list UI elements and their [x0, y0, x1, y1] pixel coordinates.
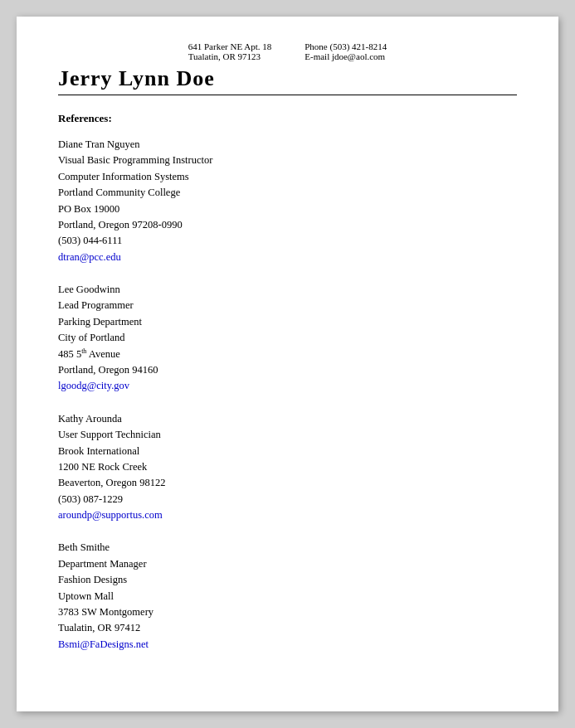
ref4-dept: Fashion Designs: [58, 572, 517, 588]
ref2-email[interactable]: lgoodg@city.gov: [58, 378, 517, 394]
ref2-name: Lee Goodwinn: [58, 282, 517, 298]
ref1-phone: (503) 044-6111: [58, 233, 517, 249]
header-contact: 641 Parker NE Apt. 18 Tualatin, OR 97123…: [58, 41, 517, 61]
ref2-addr2: Portland, Oregon 94160: [58, 362, 517, 378]
ref1-email[interactable]: dtran@pcc.edu: [58, 250, 517, 265]
ref3-dept: Brook International: [58, 444, 517, 459]
ref4-email[interactable]: Bsmi@FaDesigns.net: [58, 637, 517, 653]
ref1-dept: Computer Information Systems: [58, 169, 517, 185]
header-address-col: 641 Parker NE Apt. 18 Tualatin, OR 97123: [188, 41, 272, 61]
ref4-title: Department Manager: [58, 556, 517, 572]
ref2-title: Lead Programmer: [58, 298, 517, 313]
address-line2: Tualatin, OR 97123: [188, 51, 272, 61]
ref4-addr2: Tualatin, OR 97412: [58, 620, 517, 636]
reference-block-3: Kathy Arounda User Support Technician Br…: [58, 411, 517, 524]
header-phone-col: Phone (503) 421-8214 E-mail jdoe@aol.com: [305, 41, 387, 61]
ref1-addr1: PO Box 19000: [58, 201, 517, 217]
ref4-org: Uptown Mall: [58, 589, 517, 604]
ref3-email[interactable]: aroundp@supportus.com: [58, 507, 517, 523]
ref1-name: Diane Tran Nguyen: [58, 137, 517, 153]
ref2-org: City of Portland: [58, 330, 517, 346]
references-heading: References:: [58, 112, 517, 125]
ref4-addr1: 3783 SW Montgomery: [58, 604, 517, 620]
ref3-phone: (503) 087-1229: [58, 492, 517, 507]
ref3-addr2: Beaverton, Oregon 98122: [58, 475, 517, 491]
resume-page: 641 Parker NE Apt. 18 Tualatin, OR 97123…: [17, 17, 558, 711]
ref1-title: Visual Basic Programming Instructor: [58, 153, 517, 168]
ref2-addr1: 485 5th Avenue: [58, 347, 517, 363]
reference-block-2: Lee Goodwinn Lead Programmer Parking Dep…: [58, 282, 517, 395]
ref3-title: User Support Technician: [58, 427, 517, 443]
ref1-addr2: Portland, Oregon 97208-0990: [58, 217, 517, 233]
full-name: Jerry Lynn Doe: [58, 66, 517, 91]
ref3-addr1: 1200 NE Rock Creek: [58, 459, 517, 475]
reference-block-4: Beth Smithe Department Manager Fashion D…: [58, 540, 517, 653]
name-section: Jerry Lynn Doe: [58, 66, 517, 95]
phone-line2: E-mail jdoe@aol.com: [305, 51, 387, 61]
ref1-org: Portland Community College: [58, 185, 517, 201]
ref2-dept: Parking Department: [58, 314, 517, 330]
ref3-name: Kathy Arounda: [58, 411, 517, 427]
reference-block-1: Diane Tran Nguyen Visual Basic Programmi…: [58, 137, 517, 265]
address-line1: 641 Parker NE Apt. 18: [188, 41, 272, 51]
phone-line1: Phone (503) 421-8214: [305, 41, 387, 51]
ref4-name: Beth Smithe: [58, 540, 517, 556]
